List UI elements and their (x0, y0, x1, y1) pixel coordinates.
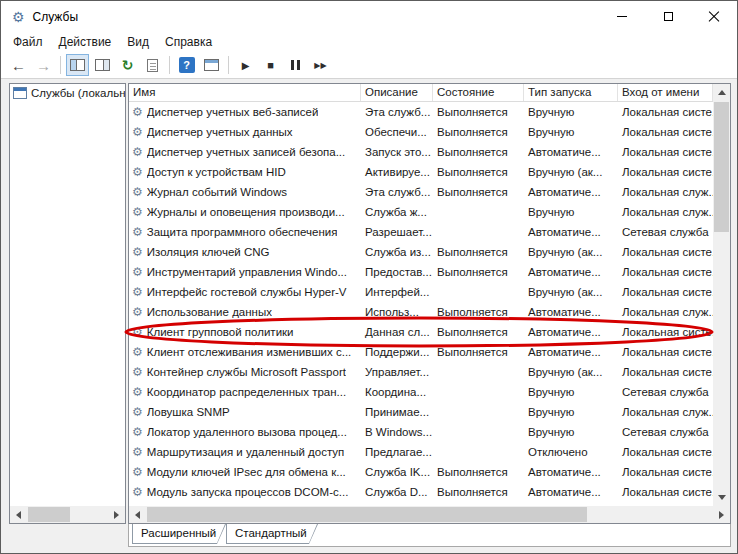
column-header-logon-as[interactable]: Вход от имени (618, 84, 713, 101)
table-row[interactable]: ⚙ Защита программного обеспечения Разреш… (129, 222, 713, 242)
export-list-button[interactable] (141, 54, 164, 76)
cell-name: ⚙ Журнал событий Windows (129, 182, 361, 202)
table-row[interactable]: ⚙ Доступ к устройствам HID Активируе... … (129, 162, 713, 182)
window-controls (599, 1, 737, 32)
scroll-right-button[interactable] (713, 506, 730, 523)
service-name: Защита программного обеспечения (147, 222, 338, 242)
minimize-button[interactable] (599, 1, 645, 32)
scroll-up-button[interactable] (713, 84, 730, 101)
service-gear-icon: ⚙ (132, 326, 143, 338)
service-gear-icon: ⚙ (132, 226, 143, 238)
forward-button[interactable]: → (32, 54, 55, 76)
table-row[interactable]: ⚙ Диспетчер учетных веб-записей Эта служ… (129, 102, 713, 122)
column-header-startup-type[interactable]: Тип запуска (524, 84, 618, 101)
table-row[interactable]: ⚙ Локатор удаленного вызова процед... В … (129, 422, 713, 442)
cell-description: Эта служб... (361, 102, 433, 122)
table-row[interactable]: ⚙ Журнал событий Windows Эта служб... Вы… (129, 182, 713, 202)
service-name: Диспетчер учетных веб-записей (147, 102, 319, 122)
cell-logon-as: Локальная систе... (618, 142, 713, 162)
service-name: Клиент отслеживания изменивших с... (147, 342, 352, 362)
table-row[interactable]: ⚙ Использование данных Использ... Выполн… (129, 302, 713, 322)
table-row[interactable]: ⚙ Диспетчер учетных записей безопа... За… (129, 142, 713, 162)
scroll-left-arrow-icon (12, 511, 21, 519)
table-row[interactable]: ⚙ Ловушка SNMP Принимае... Вручную Локал… (129, 402, 713, 422)
service-name: Изоляция ключей CNG (147, 242, 270, 262)
cell-description: Запуск это... (361, 142, 433, 162)
console-tree-icon (70, 59, 85, 71)
menu-help[interactable]: Справка (157, 32, 220, 52)
restart-service-button[interactable]: ▶▶ (309, 54, 332, 76)
scroll-left-button[interactable] (129, 506, 146, 523)
cell-startup-type: Автоматиче... (524, 342, 618, 362)
cell-status: Выполняется (433, 162, 524, 182)
menu-action[interactable]: Действие (51, 32, 120, 52)
show-action-pane-button[interactable] (91, 54, 114, 76)
table-row[interactable]: ⚙ Контейнер службы Microsoft Passport Уп… (129, 362, 713, 382)
table-row[interactable]: ⚙ Координатор распределенных тран... Коо… (129, 382, 713, 402)
service-gear-icon: ⚙ (132, 386, 143, 398)
service-name: Доступ к устройствам HID (147, 162, 286, 182)
table-row[interactable]: ⚙ Модули ключей IPsec для обмена к... Сл… (129, 462, 713, 482)
table-row[interactable]: ⚙ Модуль запуска процессов DCOM-с... Слу… (129, 482, 713, 502)
cell-logon-as: Локальная служ... (618, 402, 713, 422)
services-app-icon: ⚙ (12, 10, 25, 24)
tree-scrollbar-thumb[interactable] (28, 507, 70, 522)
horizontal-scrollbar-thumb[interactable] (147, 507, 587, 522)
scroll-right-button[interactable] (108, 506, 125, 523)
cell-startup-type: Вручную (524, 402, 618, 422)
table-row[interactable]: ⚙ Изоляция ключей CNG Служба из... Выпол… (129, 242, 713, 262)
vertical-scrollbar-thumb[interactable] (714, 102, 729, 232)
cell-status (433, 402, 524, 422)
column-header-description[interactable]: Описание (361, 84, 433, 101)
properties-button[interactable] (200, 54, 223, 76)
column-header-name[interactable]: Имя (129, 84, 361, 101)
menu-file[interactable]: Файл (5, 32, 51, 52)
table-row[interactable]: ⚙ Интерфейс гостевой службы Hyper-V Инте… (129, 282, 713, 302)
horizontal-scrollbar[interactable] (129, 506, 730, 523)
cell-name: ⚙ Журналы и оповещения производи... (129, 202, 361, 222)
maximize-button[interactable] (645, 1, 691, 32)
column-header-status[interactable]: Состояние (433, 84, 524, 101)
cell-name: ⚙ Диспетчер учетных данных (129, 122, 361, 142)
cell-status: Выполняется (433, 262, 524, 282)
service-name: Модули ключей IPsec для обмена к... (147, 462, 346, 482)
tree-item-services-local[interactable]: Службы (локальн (10, 84, 125, 101)
tab-standard[interactable]: Стандартный (226, 524, 318, 544)
table-row[interactable]: ⚙ Диспетчер учетных данных Обеспечи... В… (129, 122, 713, 142)
table-row[interactable]: ⚙ Маршрутизация и удаленный доступ Предл… (129, 442, 713, 462)
back-button[interactable]: ← (7, 54, 30, 76)
refresh-button[interactable]: ↻ (116, 54, 139, 76)
service-name: Журналы и оповещения производи... (147, 202, 345, 222)
menu-view[interactable]: Вид (119, 32, 157, 52)
cell-startup-type: Автоматиче... (524, 182, 618, 202)
cell-startup-type: Автоматиче... (524, 222, 618, 242)
table-row[interactable]: ⚙ Журналы и оповещения производи... Служ… (129, 202, 713, 222)
table-row[interactable]: ⚙ Клиент групповой политики Данная сл...… (129, 322, 713, 342)
tree-horizontal-scrollbar[interactable] (10, 506, 125, 523)
table-row[interactable]: ⚙ Клиент отслеживания изменивших с... По… (129, 342, 713, 362)
services-list-panel: Имя Описание Состояние Тип запуска Вход … (128, 83, 731, 524)
cell-startup-type: Вручную (524, 422, 618, 442)
cell-description: Интерфей... (361, 282, 433, 302)
start-service-button[interactable]: ▶ (234, 54, 257, 76)
service-gear-icon: ⚙ (132, 306, 143, 318)
pause-service-button[interactable] (284, 54, 307, 76)
service-name: Координатор распределенных тран... (147, 382, 346, 402)
tab-extended[interactable]: Расширенный (132, 524, 226, 544)
scroll-left-button[interactable] (10, 506, 27, 523)
table-row[interactable]: ⚙ Инструментарий управления Windo... Пре… (129, 262, 713, 282)
help-button[interactable]: ? (175, 54, 198, 76)
show-console-tree-button[interactable] (66, 54, 89, 76)
cell-startup-type: Автоматиче... (524, 262, 618, 282)
stop-service-button[interactable]: ■ (259, 54, 282, 76)
vertical-scrollbar[interactable] (713, 84, 730, 506)
cell-name: ⚙ Модуль запуска процессов DCOM-с... (129, 482, 361, 502)
services-table-body: ⚙ Диспетчер учетных веб-записей Эта служ… (129, 102, 713, 506)
help-icon: ? (179, 57, 195, 73)
cell-startup-type: Вручную (ак... (524, 362, 618, 382)
cell-startup-type: Автоматиче... (524, 142, 618, 162)
scroll-down-button[interactable] (713, 489, 730, 506)
cell-status: Выполняется (433, 242, 524, 262)
services-window: ⚙ Службы Файл Действие Вид Справка ← → ↻… (0, 0, 738, 554)
close-button[interactable] (691, 1, 737, 32)
